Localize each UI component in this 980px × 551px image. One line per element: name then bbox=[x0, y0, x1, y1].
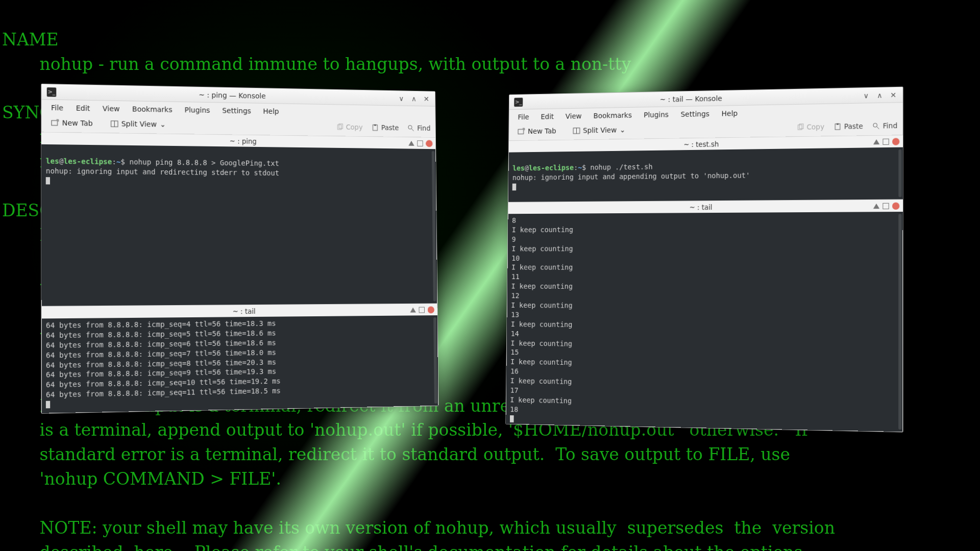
svg-rect-9 bbox=[518, 129, 524, 134]
copy-icon bbox=[336, 123, 344, 131]
pane-tab-label: ~ : tail bbox=[233, 307, 256, 315]
command-input: nohup ping 8.8.8.8 > GooglePing.txt bbox=[130, 158, 280, 167]
split-view-label: Split View bbox=[121, 119, 157, 128]
app-icon: >_ bbox=[514, 97, 523, 107]
detach-pane-icon[interactable] bbox=[417, 140, 423, 146]
window-title: ~ : ping — Konsole bbox=[60, 88, 397, 102]
paste-icon bbox=[834, 122, 841, 130]
scrollbar[interactable] bbox=[432, 151, 436, 302]
prompt-host: les-eclipse bbox=[63, 157, 112, 166]
chevron-down-icon: ⌄ bbox=[620, 126, 625, 134]
scrollbar[interactable] bbox=[898, 214, 901, 430]
menu-view[interactable]: View bbox=[97, 103, 125, 114]
terminal-output-line: I keep counting bbox=[511, 263, 898, 273]
svg-rect-12 bbox=[798, 124, 802, 130]
minimize-button[interactable]: ∨ bbox=[398, 94, 405, 103]
maximize-button[interactable]: ∧ bbox=[875, 91, 884, 99]
detach-pane-icon[interactable] bbox=[883, 203, 889, 209]
split-view-button[interactable]: Split View ⌄ bbox=[106, 117, 170, 131]
maximize-button[interactable]: ∧ bbox=[410, 94, 418, 103]
cursor bbox=[510, 415, 514, 422]
copy-button[interactable]: Copy bbox=[336, 123, 362, 131]
terminal-output-line: 10 bbox=[511, 253, 898, 263]
terminal-output-line: I keep counting bbox=[512, 223, 898, 235]
terminal-output-line: nohup: ignoring input and redirecting st… bbox=[46, 167, 279, 177]
search-icon bbox=[872, 122, 880, 130]
menu-bookmarks[interactable]: Bookmarks bbox=[127, 103, 178, 115]
prompt-symbol: $ bbox=[120, 158, 125, 166]
terminal-pane-bottom[interactable]: 8I keep counting9I keep counting10I keep… bbox=[506, 212, 902, 432]
terminal-output-line: nohup: ignoring input and appending outp… bbox=[512, 171, 750, 181]
maximize-pane-icon[interactable] bbox=[873, 139, 879, 144]
find-button[interactable]: Find bbox=[872, 121, 897, 130]
scrollbar[interactable] bbox=[898, 149, 901, 197]
close-button[interactable]: ✕ bbox=[889, 91, 897, 99]
find-label: Find bbox=[417, 124, 430, 132]
svg-point-7 bbox=[408, 125, 412, 129]
pane-tab-label: ~ : tail bbox=[690, 203, 713, 211]
menu-file[interactable]: File bbox=[46, 102, 69, 114]
menu-edit[interactable]: Edit bbox=[536, 111, 559, 122]
man-desc-line: 'nohup COMMAND > FILE'. bbox=[2, 469, 281, 489]
svg-rect-0 bbox=[52, 120, 58, 126]
menu-plugins[interactable]: Plugins bbox=[180, 104, 215, 116]
menu-edit[interactable]: Edit bbox=[70, 102, 95, 114]
new-tab-icon bbox=[518, 128, 525, 135]
cursor bbox=[512, 183, 517, 190]
menu-plugins[interactable]: Plugins bbox=[639, 109, 673, 120]
copy-button[interactable]: Copy bbox=[796, 122, 824, 131]
konsole-window-left: >_ ~ : ping — Konsole ∨ ∧ ✕ File Edit Vi… bbox=[41, 84, 438, 414]
copy-label: Copy bbox=[806, 122, 824, 131]
new-tab-button[interactable]: New Tab bbox=[514, 125, 560, 138]
terminal-output-line: 11 bbox=[511, 272, 898, 283]
minimize-button[interactable]: ∨ bbox=[862, 91, 870, 99]
man-name-heading: NAME bbox=[2, 30, 59, 49]
scrollbar[interactable] bbox=[433, 317, 437, 404]
prompt-symbol: $ bbox=[582, 163, 586, 171]
man-desc-line: described here. Please refer to your she… bbox=[2, 542, 803, 551]
maximize-pane-icon[interactable] bbox=[410, 307, 415, 312]
terminal-pane-top[interactable]: les@les-eclipse:~$ nohup ./test.sh nohup… bbox=[508, 147, 903, 202]
man-desc-line: NOTE: your shell may have its own versio… bbox=[2, 518, 835, 538]
split-view-button[interactable]: Split View ⌄ bbox=[569, 123, 629, 136]
close-pane-icon[interactable] bbox=[426, 140, 432, 147]
terminal-output-line: I keep counting bbox=[511, 243, 898, 254]
menu-help[interactable]: Help bbox=[717, 108, 743, 119]
search-icon bbox=[407, 124, 414, 132]
chevron-down-icon: ⌄ bbox=[160, 120, 166, 129]
menu-file[interactable]: File bbox=[513, 111, 534, 122]
close-pane-icon[interactable] bbox=[892, 138, 899, 145]
svg-rect-15 bbox=[837, 123, 839, 124]
find-label: Find bbox=[883, 121, 897, 130]
paste-label: Paste bbox=[381, 123, 399, 132]
find-button[interactable]: Find bbox=[407, 124, 430, 132]
terminal-pane-bottom[interactable]: 64 bytes from 8.8.8.8: icmp_seq=4 ttl=56… bbox=[42, 315, 438, 413]
cursor bbox=[46, 401, 50, 409]
menu-view[interactable]: View bbox=[560, 110, 586, 121]
menu-help[interactable]: Help bbox=[258, 106, 284, 117]
split-view-label: Split View bbox=[583, 126, 617, 135]
prompt-host: les-eclipse bbox=[529, 163, 574, 172]
paste-button[interactable]: Paste bbox=[834, 122, 863, 131]
close-pane-icon[interactable] bbox=[892, 202, 899, 209]
menu-settings[interactable]: Settings bbox=[676, 108, 715, 120]
cursor bbox=[46, 177, 50, 184]
menu-settings[interactable]: Settings bbox=[217, 105, 256, 116]
menu-bookmarks[interactable]: Bookmarks bbox=[589, 110, 637, 121]
copy-icon bbox=[796, 123, 804, 131]
split-view-icon bbox=[573, 127, 580, 134]
terminal-pane-top[interactable]: les@les-eclipse:~$ nohup ping 8.8.8.8 > … bbox=[41, 144, 437, 306]
svg-point-16 bbox=[873, 123, 877, 127]
detach-pane-icon[interactable] bbox=[883, 138, 889, 144]
paste-button[interactable]: Paste bbox=[372, 123, 399, 132]
detach-pane-icon[interactable] bbox=[419, 307, 425, 313]
terminal-output-line: 9 bbox=[512, 234, 899, 244]
new-tab-button[interactable]: New Tab bbox=[47, 116, 97, 130]
maximize-pane-icon[interactable] bbox=[408, 140, 414, 145]
close-pane-icon[interactable] bbox=[428, 306, 434, 313]
new-tab-icon bbox=[51, 119, 59, 127]
maximize-pane-icon[interactable] bbox=[873, 203, 879, 208]
svg-rect-6 bbox=[374, 124, 376, 126]
close-button[interactable]: ✕ bbox=[423, 95, 430, 103]
paste-label: Paste bbox=[844, 122, 863, 131]
